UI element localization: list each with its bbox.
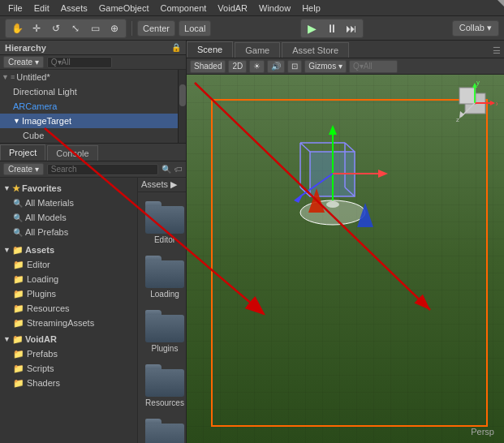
fx-btn[interactable]: ⊡ [287, 60, 302, 73]
hierarchy-title: Hierarchy [5, 43, 46, 53]
project-panel: Project Console Create ▾ 🔍 🏷 ▼ ★ Favorit… [0, 144, 186, 443]
all-prefabs-item[interactable]: 🔍 All Prefabs [0, 225, 137, 239]
loading-folder-item[interactable]: Loading [143, 252, 186, 301]
play-btn[interactable]: ▶ [304, 20, 321, 37]
asset-store-tab[interactable]: Asset Store [282, 42, 349, 58]
project-toolbar: Create ▾ 🔍 🏷 [0, 161, 186, 178]
all-materials-item[interactable]: 🔍 All Materials [0, 196, 137, 210]
scene-view[interactable]: Persp x y z [187, 75, 504, 443]
gizmos-btn[interactable]: Gizmos ▾ [304, 60, 347, 73]
audio-btn[interactable]: 🔊 [267, 60, 285, 73]
project-content: ▼ ★ Favorites 🔍 All Materials 🔍 All Mode… [0, 178, 186, 443]
streaming-folder-icon: 📁 [13, 318, 24, 329]
resources-asset-label: Resources [145, 398, 184, 407]
game-tab[interactable]: Game [235, 42, 280, 58]
menu-edit[interactable]: Edit [29, 2, 54, 15]
rotate-tool-btn[interactable]: ↺ [47, 20, 65, 37]
scene-tab[interactable]: Scene [187, 41, 233, 58]
assets-arrow: ▼ [3, 246, 11, 254]
menu-component[interactable]: Component [155, 2, 211, 15]
voidar-arrow: ▼ [3, 335, 11, 343]
pause-btn[interactable]: ⏸ [323, 20, 341, 37]
rect-tool-btn[interactable]: ▭ [86, 20, 104, 37]
lock-icon[interactable]: 🔒 [171, 43, 181, 52]
streaming-folder-item[interactable]: StreamingA... [143, 415, 186, 443]
svg-text:z: z [456, 116, 459, 123]
svg-marker-28 [459, 111, 464, 118]
resources-sidebar-item[interactable]: 📁 Resources [0, 301, 137, 316]
editor-folder-icon: 📁 [13, 260, 24, 270]
loading-sidebar-item[interactable]: 📁 Loading [0, 272, 137, 286]
prefabs-sidebar-item[interactable]: 📁 Prefabs [0, 346, 137, 361]
imagetarget-label: ImageTarget [22, 116, 71, 126]
arcamera-label: ARCamera [13, 101, 57, 111]
menu-gameobject[interactable]: GameObject [94, 2, 154, 15]
svg-marker-22 [490, 101, 495, 105]
hierarchy-vscrollbar[interactable] [178, 70, 186, 143]
imagetarget-item[interactable]: ▼ ImageTarget [0, 114, 178, 128]
directional-light-label: Directional Light [13, 87, 77, 97]
plugins-label: Plugins [27, 289, 56, 299]
hierarchy-create-btn[interactable]: Create ▾ [3, 56, 44, 68]
editor-sidebar-item[interactable]: 📁 Editor [0, 257, 137, 272]
streaming-sidebar-item[interactable]: 📁 StreamingAssets [0, 316, 137, 330]
menu-help[interactable]: Help [297, 2, 325, 15]
voidar-section: ▼ 📁 VoidAR [0, 332, 137, 346]
editor-folder-item[interactable]: Editor [143, 197, 186, 247]
loading-asset-label: Loading [150, 290, 179, 299]
directional-light-item[interactable]: Directional Light [0, 84, 178, 99]
menu-assets[interactable]: Assets [56, 2, 93, 15]
collab-btn[interactable]: Collab ▾ [452, 20, 499, 37]
folder-body-4 [145, 369, 184, 397]
step-btn[interactable]: ⏭ [342, 20, 360, 37]
scene-icon: ≡ [11, 73, 15, 81]
gizmo-cube: x y z [453, 81, 498, 126]
svg-line-3 [345, 143, 355, 152]
project-search-input[interactable] [47, 164, 158, 175]
custom-tool-btn[interactable]: ⊕ [106, 20, 123, 37]
tab-project[interactable]: Project [0, 144, 45, 161]
plugins-asset-label: Plugins [152, 344, 179, 353]
menubar: File Edit Assets GameObject Component Vo… [0, 0, 504, 16]
hierarchy-vscroll-thumb [179, 84, 186, 106]
scale-tool-btn[interactable]: ⤡ [67, 20, 84, 37]
hand-tool-btn[interactable]: ✋ [8, 20, 26, 37]
resources-label: Resources [27, 303, 70, 313]
tab-console[interactable]: Console [47, 145, 97, 161]
menu-file[interactable]: File [3, 2, 28, 15]
scene-search-input[interactable] [349, 60, 398, 73]
project-create-btn[interactable]: Create ▾ [3, 163, 44, 175]
resources-folder-item[interactable]: Resources [143, 360, 186, 410]
arcamera-item[interactable]: ARCamera [0, 99, 178, 114]
scene-root-item[interactable]: ▼ ≡ Untitled* [0, 70, 178, 84]
plugins-folder-item[interactable]: Plugins [143, 306, 186, 355]
shaders-sidebar-item[interactable]: 📁 Shaders [0, 376, 137, 390]
plugins-sidebar-item[interactable]: 📁 Plugins [0, 286, 137, 301]
svg-rect-20 [459, 88, 476, 104]
center-btn[interactable]: Center [137, 20, 175, 37]
2d-btn[interactable]: 2D [228, 60, 247, 73]
menu-window[interactable]: Window [254, 2, 295, 15]
asset-files-area: Assets ▶ Editor [138, 178, 186, 443]
prefabs-folder-icon: 📁 [13, 349, 24, 359]
cube-item[interactable]: Cube [0, 128, 178, 143]
svg-marker-13 [378, 170, 388, 178]
all-materials-label: All Materials [25, 198, 74, 208]
lighting-btn[interactable]: ☀ [249, 60, 265, 73]
local-btn[interactable]: Local [179, 20, 211, 37]
cube-label: Cube [23, 131, 44, 140]
favorites-section: ▼ ★ Favorites [0, 181, 137, 196]
streaming-label: StreamingAssets [27, 318, 94, 328]
scripts-sidebar-item[interactable]: 📁 Scripts [0, 361, 137, 376]
toolbar: ✋ ✛ ↺ ⤡ ▭ ⊕ Center Local ▶ ⏸ ⏭ Collab ▾ [0, 16, 504, 41]
move-tool-btn[interactable]: ✛ [28, 20, 45, 37]
breadcrumb-text: Assets ▶ [141, 179, 177, 190]
scene-menu-icon[interactable]: ☰ [489, 44, 504, 58]
hierarchy-search-input[interactable] [47, 57, 112, 68]
editor-label: Editor [27, 260, 50, 269]
shaded-dropdown[interactable]: Shaded [190, 60, 226, 73]
svg-text:y: y [476, 81, 480, 86]
all-models-item[interactable]: 🔍 All Models [0, 210, 137, 225]
editor-folder-img [145, 200, 184, 234]
menu-voidar[interactable]: VoidAR [213, 2, 252, 15]
